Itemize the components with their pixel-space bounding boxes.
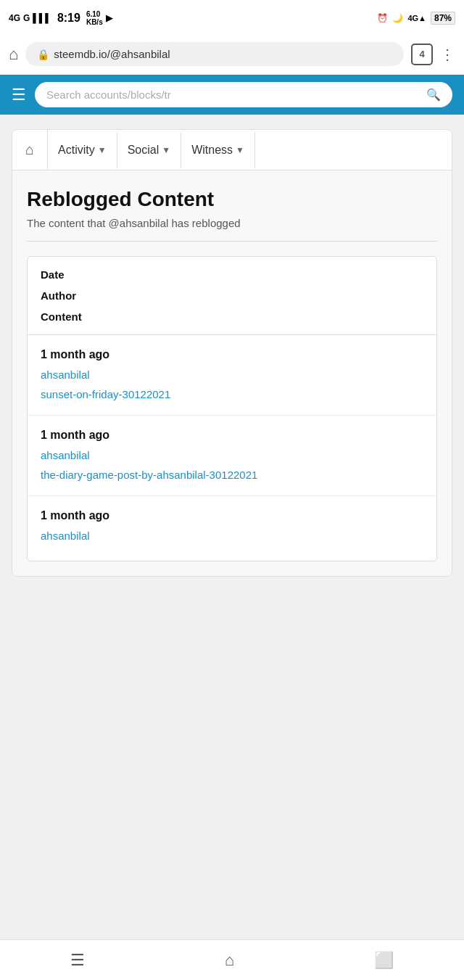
activity-chevron-icon: ▼ [98, 145, 107, 155]
signal-4g-icon: 4G [9, 13, 20, 23]
row-content-link-2[interactable]: the-diary-game-post-by-ahsanbilal-301220… [41, 467, 423, 482]
tab-activity-label: Activity [58, 144, 95, 157]
media-icon: ▶ [106, 13, 112, 23]
witness-chevron-icon: ▼ [236, 145, 244, 155]
page-subtitle: The content that @ahsanbilal has reblogg… [27, 217, 437, 242]
tab-home-button[interactable]: ⌂ [12, 130, 48, 170]
search-icon: 🔍 [426, 88, 441, 102]
status-time: 8:19 [57, 12, 80, 25]
row-author-link-2[interactable]: ahsanbilal [41, 449, 423, 461]
hamburger-menu-button[interactable]: ☰ [12, 86, 26, 104]
url-text: steemdb.io/@ahsanbilal [54, 48, 170, 60]
table-header: Date Author Content [28, 257, 436, 335]
search-bar[interactable]: Search accounts/blocks/tr 🔍 [35, 82, 452, 107]
alarm-icon: ⏰ [377, 13, 388, 23]
table-row: 1 month ago ahsanbilal sunset-on-friday-… [28, 335, 436, 416]
social-chevron-icon: ▼ [162, 145, 170, 155]
search-placeholder: Search accounts/blocks/tr [46, 88, 171, 101]
bottom-back-button[interactable]: ⬜ [374, 951, 394, 970]
browser-home-button[interactable]: ⌂ [9, 45, 18, 64]
signal-bars: ▌▌▌ [33, 13, 51, 23]
tab-social[interactable]: Social ▼ [117, 132, 181, 168]
row-author-link-3[interactable]: ahsanbilal [41, 530, 423, 542]
row-date-2: 1 month ago [41, 429, 423, 442]
nav-bar: ☰ Search accounts/blocks/tr 🔍 [0, 75, 464, 115]
battery-label: 87% [431, 12, 455, 25]
kb-indicator: 6.10KB/s [86, 10, 103, 26]
spacer [0, 115, 464, 129]
row-content-link-1[interactable]: sunset-on-friday-30122021 [41, 387, 423, 402]
row-date-3: 1 month ago [41, 509, 423, 522]
tab-activity[interactable]: Activity ▼ [48, 132, 117, 168]
signal-g-icon: G [23, 13, 30, 23]
data-table: Date Author Content 1 month ago ahsanbil… [27, 256, 437, 561]
status-bar: 4G G ▌▌▌ 8:19 6.10KB/s ▶ ⏰ 🌙 4G▲ 87% [0, 0, 464, 36]
table-row: 1 month ago ahsanbilal [28, 496, 436, 561]
lock-icon: 🔒 [37, 49, 49, 60]
tab-social-label: Social [128, 144, 160, 157]
bottom-home-button[interactable]: ⌂ [225, 951, 234, 970]
bottom-menu-button[interactable]: ☰ [70, 951, 85, 970]
row-date-1: 1 month ago [41, 348, 423, 361]
moon-icon: 🌙 [392, 13, 403, 23]
table-row: 1 month ago ahsanbilal the-diary-game-po… [28, 416, 436, 496]
tab-witness-label: Witness [191, 144, 233, 157]
address-bar[interactable]: 🔒 steemdb.io/@ahsanbilal [25, 42, 404, 66]
header-content: Content [41, 310, 423, 323]
main-card: ⌂ Activity ▼ Social ▼ Witness ▼ Reblogge… [12, 129, 452, 577]
tab-witness[interactable]: Witness ▼ [181, 132, 255, 168]
lte-icon: 4G▲ [407, 14, 426, 22]
status-left: 4G G ▌▌▌ 8:19 6.10KB/s ▶ [9, 10, 112, 26]
tab-count-button[interactable]: 4 [411, 44, 433, 65]
status-right: ⏰ 🌙 4G▲ 87% [377, 12, 455, 25]
header-author: Author [41, 289, 423, 302]
header-date: Date [41, 268, 423, 281]
bottom-nav: ☰ ⌂ ⬜ [0, 939, 464, 980]
browser-menu-button[interactable]: ⋮ [440, 46, 455, 63]
tab-bar: ⌂ Activity ▼ Social ▼ Witness ▼ [12, 130, 452, 170]
content-area: Reblogged Content The content that @ahsa… [12, 170, 452, 576]
browser-bar: ⌂ 🔒 steemdb.io/@ahsanbilal 4 ⋮ [0, 36, 464, 75]
page-title: Reblogged Content [27, 188, 437, 211]
row-author-link-1[interactable]: ahsanbilal [41, 368, 423, 381]
